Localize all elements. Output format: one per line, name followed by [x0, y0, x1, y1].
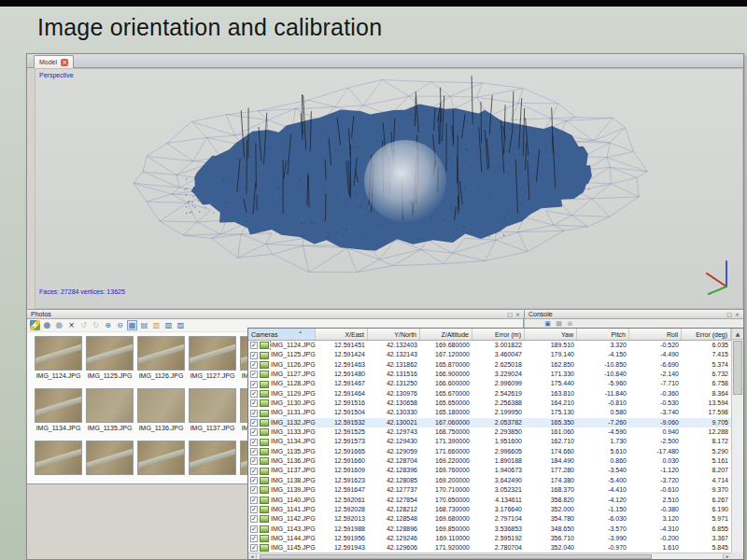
camera-row[interactable]: ✓IMG_1139.JPG12.59164742.127737170.71000…: [248, 485, 731, 495]
camera-row[interactable]: ✓IMG_1131.JPG12.59150442.130330165.18000…: [248, 408, 731, 417]
camera-checkbox-icon[interactable]: ✓: [250, 371, 258, 378]
camera-row[interactable]: ✓IMG_1132.JPG12.59153242.130021167.06000…: [248, 418, 731, 427]
camera-name-cell[interactable]: ✓IMG_1126.JPG: [248, 360, 316, 370]
camera-name-cell[interactable]: ✓IMG_1137.JPG: [248, 466, 316, 475]
camera-name-cell[interactable]: ✓IMG_1144.JPG: [248, 534, 316, 543]
camera-checkbox-icon[interactable]: ✓: [250, 399, 258, 407]
photo-thumbnail[interactable]: [137, 441, 185, 475]
photo-thumbnail[interactable]: [86, 336, 134, 371]
photo-thumbnail-item[interactable]: IMG_1125.JPG: [84, 336, 135, 379]
camera-row[interactable]: ✓IMG_1137.JPG12.59160942.128396169.76000…: [248, 466, 731, 475]
close-panel-icon[interactable]: ×: [515, 311, 520, 317]
camera-checkbox-icon[interactable]: ✓: [250, 544, 258, 552]
camera-checkbox-icon[interactable]: ✓: [250, 428, 258, 436]
camera-name-cell[interactable]: ✓IMG_1138.JPG: [248, 476, 316, 485]
camera-row[interactable]: ✓IMG_1134.JPG12.59157342.129430171.39000…: [248, 437, 731, 446]
camera-row[interactable]: ✓IMG_1145.JPG12.59194342.129606171.92000…: [248, 543, 731, 553]
camera-row[interactable]: ✓IMG_1143.JPG12.59198842.128896169.85000…: [248, 525, 731, 534]
camera-row[interactable]: ✓IMG_1124.JPG12.59145142.132403169.68000…: [248, 341, 731, 350]
camera-row[interactable]: ✓IMG_1141.JPG12.59202842.128212168.73000…: [248, 505, 731, 514]
camera-row[interactable]: ✓IMG_1144.JPG12.59195642.129246169.11000…: [248, 534, 731, 543]
photo-thumbnail[interactable]: [35, 441, 82, 475]
horizontal-scrollbar[interactable]: ◂ ▸: [248, 553, 731, 559]
camera-row[interactable]: ✓IMG_1125.JPG12.59142442.132143167.12000…: [248, 350, 731, 359]
camera-checkbox-icon[interactable]: ✓: [250, 381, 258, 388]
close-tab-icon[interactable]: ×: [61, 59, 68, 66]
column-header-error-m[interactable]: Error (m): [472, 329, 525, 340]
camera-name-cell[interactable]: ✓IMG_1141.JPG: [248, 505, 316, 514]
model-3d-canvas[interactable]: [35, 69, 742, 308]
column-header-y-north[interactable]: Y/North: [368, 329, 420, 340]
camera-name-cell[interactable]: ✓IMG_1131.JPG: [248, 408, 316, 417]
camera-name-cell[interactable]: ✓IMG_1136.JPG: [248, 456, 316, 466]
column-header-x-east[interactable]: X/East: [316, 329, 368, 340]
camera-row[interactable]: ✓IMG_1142.JPG12.59201342.128548169.68000…: [248, 514, 731, 524]
photo-thumbnail[interactable]: [189, 388, 236, 423]
camera-name-cell[interactable]: ✓IMG_1139.JPG: [248, 485, 316, 495]
camera-name-cell[interactable]: ✓IMG_1132.JPG: [248, 418, 316, 427]
photo-thumbnail-item[interactable]: IMG_1137.JPG: [187, 388, 238, 431]
camera-name-cell[interactable]: ✓IMG_1125.JPG: [248, 350, 316, 359]
camera-name-cell[interactable]: ✓IMG_1124.JPG: [248, 341, 316, 350]
camera-name-cell[interactable]: ✓IMG_1140.JPG: [248, 496, 316, 505]
photo-thumbnail-item[interactable]: IMG_1124.JPG: [33, 336, 84, 379]
column-header-z-altitude[interactable]: Z/Altitude: [420, 329, 472, 340]
photo-thumbnail-item[interactable]: [135, 441, 187, 475]
camera-name-cell[interactable]: ✓IMG_1145.JPG: [248, 543, 316, 553]
column-header-yaw[interactable]: Yaw: [525, 329, 577, 340]
scroll-up-icon[interactable]: ▲: [732, 329, 743, 340]
camera-checkbox-icon[interactable]: ✓: [250, 352, 258, 359]
photo-thumbnail-item[interactable]: IMG_1136.JPG: [135, 388, 187, 431]
photo-thumbnail-item[interactable]: IMG_1127.JPG: [187, 336, 238, 379]
photo-thumbnail-item[interactable]: [33, 441, 84, 475]
camera-name-cell[interactable]: ✓IMG_1133.JPG: [248, 427, 316, 437]
scroll-right-icon[interactable]: ▸: [723, 553, 731, 559]
camera-checkbox-icon[interactable]: ✓: [250, 410, 258, 417]
column-header-roll[interactable]: Roll: [629, 329, 682, 340]
camera-checkbox-icon[interactable]: ✓: [250, 506, 258, 513]
camera-name-cell[interactable]: ✓IMG_1135.JPG: [248, 447, 316, 456]
camera-row[interactable]: ✓IMG_1128.JPG12.59146742.131250166.60000…: [248, 379, 731, 388]
photo-thumbnail-item[interactable]: [187, 441, 238, 475]
camera-name-cell[interactable]: ✓IMG_1129.JPG: [248, 389, 316, 399]
camera-row[interactable]: ✓IMG_1127.JPG12.59148042.131516166.90000…: [248, 370, 731, 379]
scroll-left-icon[interactable]: ◂: [248, 553, 257, 559]
camera-checkbox-icon[interactable]: ✓: [250, 497, 258, 504]
camera-checkbox-icon[interactable]: ✓: [250, 477, 258, 484]
camera-name-cell[interactable]: ✓IMG_1134.JPG: [248, 437, 316, 446]
camera-checkbox-icon[interactable]: ✓: [250, 457, 258, 465]
camera-checkbox-icon[interactable]: ✓: [250, 419, 258, 427]
camera-checkbox-icon[interactable]: ✓: [250, 390, 258, 398]
column-header-pitch[interactable]: Pitch: [577, 329, 629, 340]
photo-thumbnail[interactable]: [137, 388, 185, 423]
photo-thumbnail-item[interactable]: IMG_1135.JPG: [84, 388, 135, 431]
camera-row[interactable]: ✓IMG_1129.JPG12.59146442.130976165.67000…: [248, 389, 731, 399]
camera-checkbox-icon[interactable]: ✓: [250, 448, 258, 455]
horizontal-scrollbar-thumb[interactable]: [260, 554, 652, 559]
photo-thumbnail-item[interactable]: [84, 441, 135, 475]
camera-checkbox-icon[interactable]: ✓: [250, 535, 258, 542]
photo-thumbnail[interactable]: [86, 388, 134, 423]
dock-pin-icon[interactable]: □: [507, 311, 513, 317]
camera-row[interactable]: ✓IMG_1126.JPG12.59146342.131862165.87000…: [248, 360, 731, 370]
camera-name-cell[interactable]: ✓IMG_1127.JPG: [248, 370, 316, 379]
photo-thumbnail-item[interactable]: IMG_1134.JPG: [33, 388, 84, 431]
camera-row[interactable]: ✓IMG_1135.JPG12.59166542.129059171.66000…: [248, 447, 731, 456]
camera-checkbox-icon[interactable]: ✓: [250, 525, 258, 533]
photo-thumbnail-item[interactable]: IMG_1126.JPG: [135, 336, 187, 379]
photo-thumbnail[interactable]: [35, 336, 82, 371]
column-header-error-deg[interactable]: Error (deg): [682, 329, 731, 340]
camera-name-cell[interactable]: ✓IMG_1128.JPG: [248, 379, 316, 388]
camera-name-cell[interactable]: ✓IMG_1142.JPG: [248, 514, 316, 524]
vertical-scrollbar[interactable]: ▲: [731, 329, 743, 553]
camera-name-cell[interactable]: ✓IMG_1143.JPG: [248, 525, 316, 534]
camera-row[interactable]: ✓IMG_1130.JPG12.59151642.130658165.65000…: [248, 399, 731, 408]
camera-row[interactable]: ✓IMG_1133.JPG12.59152542.129743168.75000…: [248, 427, 731, 437]
camera-checkbox-icon[interactable]: ✓: [250, 486, 258, 494]
photo-thumbnail[interactable]: [86, 441, 134, 475]
camera-name-cell[interactable]: ✓IMG_1130.JPG: [248, 399, 316, 408]
camera-row[interactable]: ✓IMG_1136.JPG12.59166042.128704169.22000…: [248, 456, 731, 466]
photo-thumbnail[interactable]: [137, 336, 185, 371]
camera-row[interactable]: ✓IMG_1140.JPG12.59206142.127854170.65000…: [248, 496, 731, 505]
camera-checkbox-icon[interactable]: ✓: [250, 515, 258, 523]
